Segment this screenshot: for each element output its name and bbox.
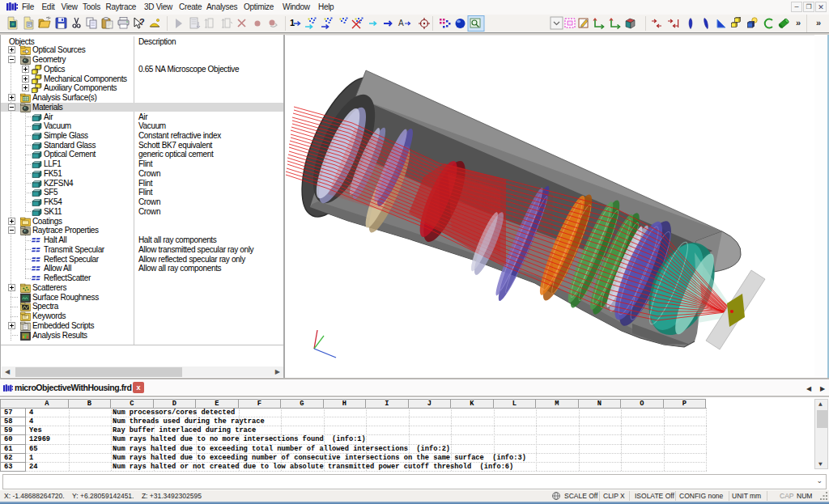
svg-text:1: 1	[290, 18, 295, 28]
svg-text:»: »	[816, 18, 821, 28]
svg-text:A: A	[398, 19, 404, 28]
svg-text:?: ?	[139, 17, 145, 27]
svg-text:»: »	[796, 18, 801, 28]
